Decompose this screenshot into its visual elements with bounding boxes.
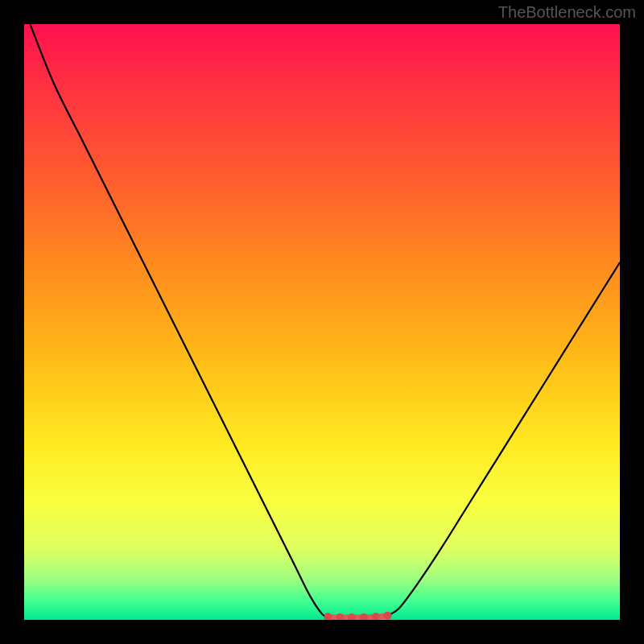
- bottom-flat-marker: [324, 613, 332, 620]
- bottom-flat-marker: [336, 613, 344, 620]
- bottom-flat-marker: [360, 613, 368, 620]
- chart-curves-svg: [24, 24, 620, 620]
- bottom-flat-marker: [383, 612, 391, 620]
- watermark-text: TheBottleneck.com: [498, 3, 636, 22]
- bottom-flat-marker: [348, 613, 356, 620]
- right-curve-path: [387, 262, 620, 616]
- bottom-flat-segment: [324, 612, 391, 620]
- left-curve-path: [30, 24, 328, 617]
- chart-plot-area: [24, 24, 620, 620]
